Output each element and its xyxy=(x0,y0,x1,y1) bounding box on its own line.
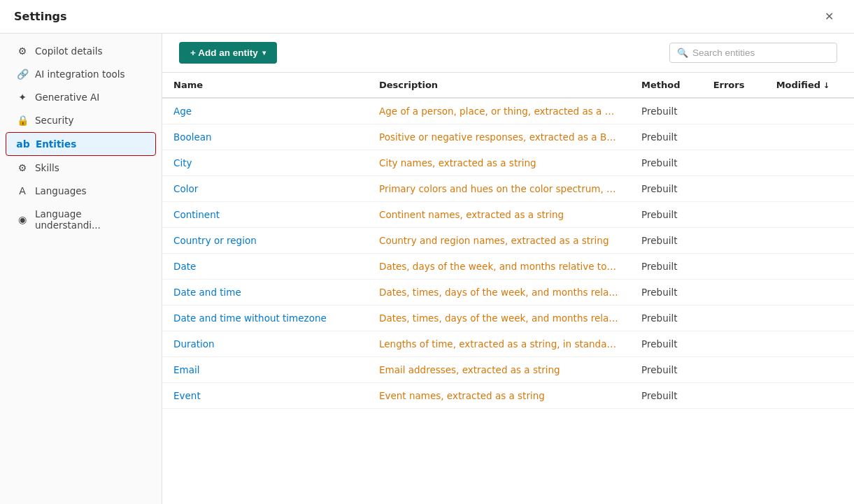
entity-description: Dates, times, days of the week, and mont… xyxy=(368,280,630,305)
entity-modified xyxy=(765,383,854,409)
entity-method: Prebuilt xyxy=(630,150,702,176)
sidebar-label-generative-ai: Generative AI xyxy=(35,92,99,103)
entity-modified xyxy=(765,254,854,280)
entity-description: Lengths of time, extracted as a string, … xyxy=(368,331,630,357)
table-row: Date and timeDates, times, days of the w… xyxy=(162,280,854,305)
entity-method: Prebuilt xyxy=(630,383,702,409)
entity-errors xyxy=(702,124,765,150)
ai-integration-tools-icon: 🔗 xyxy=(17,69,28,80)
sidebar-item-copilot-details[interactable]: ⚙Copilot details xyxy=(6,40,156,62)
table-row: ColorPrimary colors and hues on the colo… xyxy=(162,176,854,202)
entity-method: Prebuilt xyxy=(630,124,702,150)
sidebar-item-generative-ai[interactable]: ✦Generative AI xyxy=(6,86,156,108)
table-row: BooleanPositive or negative responses, e… xyxy=(162,124,854,150)
entity-description: Event names, extracted as a string xyxy=(368,383,630,409)
entity-description: Primary colors and hues on the color spe… xyxy=(368,176,630,202)
sidebar-item-security[interactable]: 🔒Security xyxy=(6,109,156,131)
table-row: Country or regionCountry and region name… xyxy=(162,228,854,254)
entity-modified xyxy=(765,176,854,202)
entity-name[interactable]: Date xyxy=(162,254,368,280)
sidebar-label-ai-integration-tools: AI integration tools xyxy=(35,69,125,80)
entity-description: Country and region names, extracted as a… xyxy=(368,228,630,254)
entity-modified xyxy=(765,98,854,124)
generative-ai-icon: ✦ xyxy=(17,92,28,103)
sidebar-label-skills: Skills xyxy=(35,162,59,173)
search-icon: 🔍 xyxy=(677,48,688,58)
entity-description: Dates, times, days of the week, and mont… xyxy=(368,305,630,331)
entity-method: Prebuilt xyxy=(630,176,702,202)
add-entity-button[interactable]: + Add an entity ▾ xyxy=(179,42,277,64)
entity-errors xyxy=(702,202,765,228)
sidebar-item-skills[interactable]: ⚙Skills xyxy=(6,157,156,179)
entity-method: Prebuilt xyxy=(630,305,702,331)
entity-name[interactable]: Event xyxy=(162,383,368,409)
header: Settings ✕ xyxy=(0,0,854,34)
entity-errors xyxy=(702,357,765,383)
entity-modified xyxy=(765,124,854,150)
chevron-down-icon: ▾ xyxy=(262,49,266,57)
page-title: Settings xyxy=(14,10,67,23)
close-button[interactable]: ✕ xyxy=(818,6,840,28)
app-container: Settings ✕ ⚙Copilot details🔗AI integrati… xyxy=(0,0,854,504)
security-icon: 🔒 xyxy=(17,115,28,126)
sidebar-item-languages[interactable]: ALanguages xyxy=(6,180,156,202)
entity-modified xyxy=(765,150,854,176)
add-entity-label: + Add an entity xyxy=(190,48,258,58)
entity-method: Prebuilt xyxy=(630,280,702,305)
entity-errors xyxy=(702,331,765,357)
sidebar-label-copilot-details: Copilot details xyxy=(35,45,103,57)
entities-table-container: NameDescriptionMethodErrorsModified↓ Age… xyxy=(162,73,854,504)
entity-name[interactable]: Country or region xyxy=(162,228,368,254)
entity-errors xyxy=(702,98,765,124)
table-row: DurationLengths of time, extracted as a … xyxy=(162,331,854,357)
entity-modified xyxy=(765,305,854,331)
entity-description: Email addresses, extracted as a string xyxy=(368,357,630,383)
entity-method: Prebuilt xyxy=(630,254,702,280)
entity-errors xyxy=(702,176,765,202)
entity-name[interactable]: Age xyxy=(162,98,368,124)
sidebar-item-language-understanding[interactable]: ◉Language understandi... xyxy=(6,203,156,236)
entity-errors xyxy=(702,254,765,280)
entity-name[interactable]: Date and time xyxy=(162,280,368,305)
entity-description: City names, extracted as a string xyxy=(368,150,630,176)
table-row: AgeAge of a person, place, or thing, ext… xyxy=(162,98,854,124)
entity-name[interactable]: Color xyxy=(162,176,368,202)
entity-modified xyxy=(765,331,854,357)
entity-modified xyxy=(765,202,854,228)
search-input[interactable] xyxy=(692,48,830,58)
entity-modified xyxy=(765,228,854,254)
sidebar-label-languages: Languages xyxy=(35,185,87,196)
entity-name[interactable]: Date and time without timezone xyxy=(162,305,368,331)
entities-icon: ab xyxy=(17,138,29,150)
search-box: 🔍 xyxy=(669,43,837,63)
entity-name[interactable]: Continent xyxy=(162,202,368,228)
entity-name[interactable]: Email xyxy=(162,357,368,383)
table-row: CityCity names, extracted as a stringPre… xyxy=(162,150,854,176)
col-header-modified[interactable]: Modified↓ xyxy=(765,73,854,98)
sidebar-label-entities: Entities xyxy=(36,138,76,150)
sort-arrow-icon: ↓ xyxy=(823,81,830,90)
entity-name[interactable]: Duration xyxy=(162,331,368,357)
col-header-description: Description xyxy=(368,73,630,98)
copilot-details-icon: ⚙ xyxy=(17,45,28,57)
entities-table: NameDescriptionMethodErrorsModified↓ Age… xyxy=(162,73,854,409)
col-header-errors: Errors xyxy=(702,73,765,98)
entity-name[interactable]: City xyxy=(162,150,368,176)
entity-errors xyxy=(702,280,765,305)
sidebar-item-ai-integration-tools[interactable]: 🔗AI integration tools xyxy=(6,63,156,85)
content-area: + Add an entity ▾ 🔍 NameDescriptionMetho… xyxy=(162,34,854,504)
table-row: Date and time without timezoneDates, tim… xyxy=(162,305,854,331)
sidebar-label-security: Security xyxy=(35,115,73,126)
sidebar-label-language-understanding: Language understandi... xyxy=(35,208,145,231)
entity-method: Prebuilt xyxy=(630,331,702,357)
table-row: EmailEmail addresses, extracted as a str… xyxy=(162,357,854,383)
table-row: DateDates, days of the week, and months … xyxy=(162,254,854,280)
entity-description: Dates, days of the week, and months rela… xyxy=(368,254,630,280)
entity-name[interactable]: Boolean xyxy=(162,124,368,150)
entity-modified xyxy=(765,280,854,305)
col-header-method: Method xyxy=(630,73,702,98)
entity-method: Prebuilt xyxy=(630,98,702,124)
sidebar-item-entities[interactable]: abEntities xyxy=(6,132,156,156)
entity-errors xyxy=(702,228,765,254)
entity-method: Prebuilt xyxy=(630,202,702,228)
